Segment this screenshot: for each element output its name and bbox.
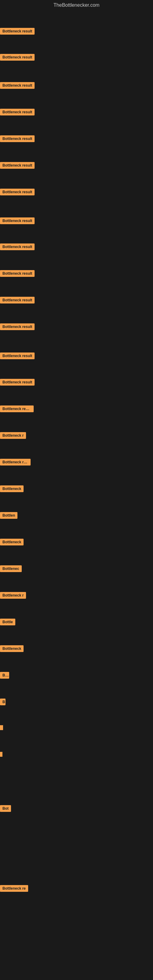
bottleneck-result-item: Bottleneck result: [0, 189, 35, 197]
bottleneck-result-item: Bottleneck: [0, 539, 24, 547]
bottleneck-badge: Bottleneck r: [0, 592, 26, 599]
bottleneck-badge: Bottleneck result: [0, 297, 35, 304]
bottleneck-result-item: Bottle: [0, 619, 15, 627]
bottleneck-badge: Bottleneck re: [0, 885, 28, 892]
bottleneck-badge: Bottle: [0, 619, 15, 625]
bottleneck-badge: B: [0, 698, 5, 705]
bottleneck-result-item: Bottleneck result: [0, 297, 35, 305]
bottleneck-badge: Bottleneck result: [0, 218, 35, 224]
bottleneck-result-item: Bottleneck result: [0, 109, 35, 117]
bottleneck-result-item: Bottleneck resu: [0, 459, 30, 467]
site-title: TheBottlenecker.com: [0, 0, 153, 10]
bottleneck-result-item: Bot: [0, 805, 11, 813]
bottleneck-badge: Bottleneck result: [0, 54, 35, 60]
bottleneck-result-item: Bottleneck result: [0, 54, 35, 62]
bottleneck-bar: [0, 725, 3, 730]
bottleneck-result-item: Bottleneck result: [0, 406, 33, 414]
bottleneck-result-item: Bottleneck result: [0, 162, 35, 170]
bottleneck-badge: Bottleneck result: [0, 82, 35, 89]
bottleneck-result-item: Bottleneck result: [0, 28, 35, 36]
bottleneck-badge: Bottleneck result: [0, 243, 35, 250]
bottleneck-badge: Bot: [0, 805, 11, 812]
bottleneck-badge: Bottlenec: [0, 565, 22, 572]
bottleneck-badge: Bo: [0, 672, 9, 679]
bottleneck-badge: Bottleneck resu: [0, 459, 30, 466]
bottleneck-result-item: Bottleneck re: [0, 885, 28, 893]
bottleneck-result-item: Bottleneck result: [0, 243, 35, 251]
bottleneck-result-item: Bottleneck r: [0, 592, 26, 600]
bottleneck-badge: Bottleneck result: [0, 406, 33, 412]
bottleneck-result-item: Bottleneck result: [0, 323, 35, 331]
bottleneck-badge: Bottleneck result: [0, 162, 35, 169]
bottleneck-badge: Bottleneck result: [0, 379, 35, 385]
bottleneck-badge: Bottleneck result: [0, 28, 35, 35]
bottleneck-badge: Bottleneck r: [0, 432, 26, 439]
bottleneck-result-item: Bottleneck: [0, 645, 24, 653]
bottleneck-result-item: Bottlen: [0, 512, 18, 520]
bottleneck-result-item: [0, 725, 3, 730]
bottleneck-badge: Bottleneck result: [0, 189, 35, 196]
bottleneck-badge: Bottleneck result: [0, 270, 35, 277]
bottleneck-badge: Bottleneck result: [0, 135, 35, 142]
bottleneck-badge: Bottleneck result: [0, 109, 35, 115]
bottleneck-result-item: Bottleneck result: [0, 135, 35, 143]
bottleneck-result-item: Bottleneck r: [0, 432, 26, 440]
bottleneck-result-item: Bottleneck result: [0, 82, 35, 90]
bottleneck-result-item: Bottleneck: [0, 485, 24, 493]
bottleneck-badge: Bottleneck: [0, 539, 24, 546]
bottleneck-badge: Bottleneck result: [0, 323, 35, 330]
bottleneck-badge: Bottleneck: [0, 645, 24, 652]
bottleneck-badge: Bottleneck: [0, 485, 24, 492]
bottleneck-result-item: Bottleneck result: [0, 218, 35, 225]
bottleneck-result-item: Bottleneck result: [0, 270, 35, 278]
bottleneck-result-item: Bo: [0, 672, 9, 680]
bottleneck-result-item: Bottlenec: [0, 565, 22, 573]
bottleneck-result-item: Bottleneck result: [0, 353, 35, 360]
bottleneck-bar: [0, 752, 2, 757]
bottleneck-result-item: [0, 752, 2, 757]
bottleneck-result-item: Bottleneck result: [0, 379, 35, 387]
bottleneck-badge: Bottleneck result: [0, 353, 35, 359]
bottleneck-badge: Bottlen: [0, 512, 18, 519]
bottleneck-result-item: B: [0, 698, 5, 706]
